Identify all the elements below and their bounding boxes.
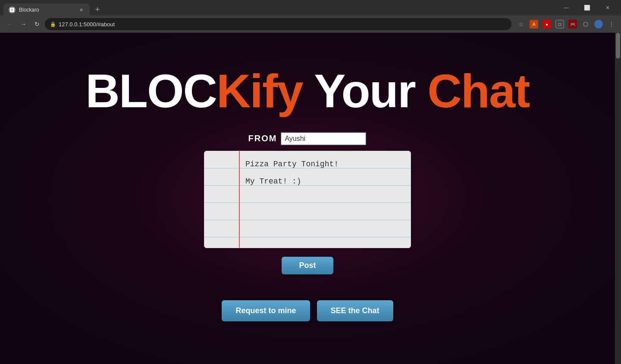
reload-button[interactable]: ↻ — [31, 18, 43, 30]
menu-button[interactable]: ⋮ — [605, 18, 618, 30]
post-button[interactable]: Post — [282, 257, 333, 274]
request-to-mine-button[interactable]: Request to mine — [222, 300, 310, 321]
avatar-button[interactable]: 👤 — [593, 18, 605, 30]
scrollbar-track[interactable] — [615, 33, 621, 364]
maximize-button[interactable]: ⬜ — [577, 0, 597, 16]
tab-close-button[interactable]: ✕ — [78, 6, 85, 13]
main-container: BLOCKify Your Chat FROM Pizza Party Toni… — [0, 33, 615, 364]
browser-frame: 🅱 Blockaro ✕ + — ⬜ ✕ ← → ↻ 🔒 127.0.0.1:5… — [0, 0, 621, 364]
nav-actions: ☆ A ● □ 🎮 ⬡ 👤 ⋮ — [515, 18, 618, 30]
avatar-icon: 👤 — [594, 20, 603, 28]
nav-bar: ← → ↻ 🔒 127.0.0.1:5000/#about ☆ A ● □ 🎮 … — [0, 16, 621, 33]
from-input[interactable] — [280, 132, 367, 146]
ext3-button[interactable]: □ — [554, 18, 566, 30]
see-the-chat-button[interactable]: SEE the Chat — [317, 300, 393, 321]
scrollbar-thumb[interactable] — [616, 33, 620, 59]
minimize-button[interactable]: — — [556, 0, 576, 16]
headline-kify: Kify — [216, 64, 303, 117]
ext1-button[interactable]: A — [528, 18, 540, 30]
active-tab[interactable]: 🅱 Blockaro ✕ — [3, 3, 90, 16]
new-tab-button[interactable]: + — [91, 3, 104, 16]
page-content: BLOCKify Your Chat FROM Pizza Party Toni… — [0, 33, 621, 364]
tab-favicon: 🅱 — [9, 6, 16, 13]
headline-your: Your — [303, 64, 428, 117]
bottom-buttons: Request to mine SEE the Chat — [222, 300, 393, 321]
ext4-icon: 🎮 — [568, 20, 577, 28]
ext1-icon: A — [530, 20, 538, 28]
notepad-container: Pizza Party Tonight! My Treat! :) — [204, 151, 411, 248]
forward-button[interactable]: → — [17, 18, 29, 30]
ext4-button[interactable]: 🎮 — [567, 18, 579, 30]
title-bar-controls: — ⬜ ✕ — [556, 0, 618, 16]
headline-bloc: BLOC — [85, 64, 216, 117]
bookmark-button[interactable]: ☆ — [515, 18, 527, 30]
headline: BLOCKify Your Chat — [85, 67, 529, 115]
ext2-button[interactable]: ● — [541, 18, 553, 30]
from-label: FROM — [248, 134, 277, 143]
ext2-icon: ● — [543, 20, 551, 28]
extensions-button[interactable]: ⬡ — [580, 18, 592, 30]
close-button[interactable]: ✕ — [598, 0, 618, 16]
back-button[interactable]: ← — [3, 18, 16, 30]
address-lock-icon: 🔒 — [50, 22, 56, 27]
address-text: 127.0.0.1:5000/#about — [59, 21, 506, 28]
from-row: FROM — [248, 132, 367, 146]
message-textarea[interactable]: Pizza Party Tonight! My Treat! :) — [204, 151, 411, 246]
address-bar[interactable]: 🔒 127.0.0.1:5000/#about — [45, 18, 511, 30]
headline-chat: Chat — [427, 64, 529, 117]
tab-bar: 🅱 Blockaro ✕ + — [3, 0, 104, 16]
ext3-icon: □ — [555, 20, 564, 28]
title-bar: 🅱 Blockaro ✕ + — ⬜ ✕ — [0, 0, 621, 16]
tab-title: Blockaro — [19, 7, 74, 13]
